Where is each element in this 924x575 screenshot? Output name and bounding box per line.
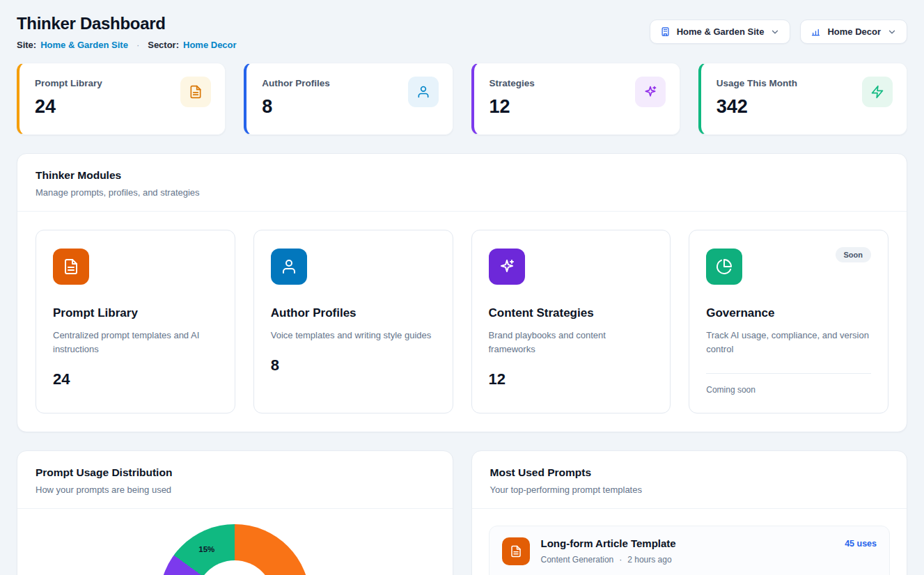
sector-link[interactable]: Home Decor (183, 40, 237, 50)
prompt-list: Long-form Article Template Content Gener… (472, 509, 907, 575)
bottom-row: Prompt Usage Distribution How your promp… (17, 450, 907, 575)
donut-chart: 15% (159, 524, 310, 575)
user-icon (408, 77, 439, 107)
module-title: Author Profiles (271, 306, 436, 320)
module-description: Track AI usage, compliance, and version … (706, 329, 871, 356)
module-title: Prompt Library (53, 306, 218, 320)
prompt-meta: Content Generation · 2 hours ago (541, 555, 676, 565)
user-icon (271, 249, 307, 285)
module-card-content-strategies[interactable]: Content Strategies Brand playbooks and c… (471, 230, 671, 413)
sector-selector-label: Home Decor (827, 26, 881, 37)
chevron-down-icon (770, 27, 780, 37)
modules-panel-subtitle: Manage prompts, profiles, and strategies (36, 187, 888, 198)
module-count: 24 (53, 370, 218, 388)
building-icon (660, 26, 671, 37)
stat-card-usage: Usage This Month 342 (698, 63, 907, 135)
usage-panel-title: Prompt Usage Distribution (36, 466, 434, 479)
site-link[interactable]: Home & Garden Site (40, 40, 128, 50)
prompt-uses-badge: 45 uses (845, 537, 877, 549)
module-description: Voice templates and writing style guides (271, 329, 436, 342)
dashboard-page: Thinker Dashboard Site: Home & Garden Si… (0, 0, 924, 575)
stats-row: Prompt Library 24 Author Profiles 8 Stra… (17, 63, 907, 135)
title-block: Thinker Dashboard Site: Home & Garden Si… (17, 14, 237, 50)
sparkle-icon (489, 249, 525, 285)
pie-chart-icon (706, 249, 742, 285)
module-title: Content Strategies (489, 306, 654, 320)
document-icon (180, 77, 211, 107)
module-card-prompt-library[interactable]: Prompt Library Centralized prompt templa… (36, 230, 235, 413)
selector-group: Home & Garden Site Home Decor (650, 19, 907, 44)
usage-panel-subtitle: How your prompts are being used (36, 485, 434, 495)
most-used-prompts-panel: Most Used Prompts Your top-performing pr… (471, 450, 908, 575)
donut-hole (196, 560, 274, 575)
header: Thinker Dashboard Site: Home & Garden Si… (17, 14, 907, 50)
bar-chart-icon (811, 26, 821, 37)
stat-card-author-profiles: Author Profiles 8 (244, 63, 453, 135)
prompts-panel-header: Most Used Prompts Your top-performing pr… (472, 451, 907, 509)
prompt-item-body: Long-form Article Template Content Gener… (541, 537, 676, 565)
sparkle-icon (635, 77, 666, 107)
donut-slice-label: 15% (198, 545, 214, 553)
sector-label: Sector: (148, 40, 179, 50)
modules-grid: Prompt Library Centralized prompt templa… (17, 212, 907, 432)
chevron-down-icon (887, 27, 897, 37)
document-icon (502, 537, 530, 565)
module-description: Centralized prompt templates and AI inst… (53, 329, 218, 356)
zap-icon (862, 77, 893, 107)
prompt-category: Content Generation (541, 555, 614, 565)
module-title: Governance (706, 306, 871, 320)
modules-panel-header: Thinker Modules Manage prompts, profiles… (17, 154, 907, 212)
module-count: 12 (489, 370, 654, 388)
modules-panel: Thinker Modules Manage prompts, profiles… (17, 153, 907, 432)
page-title: Thinker Dashboard (17, 14, 237, 33)
sector-selector[interactable]: Home Decor (800, 19, 907, 44)
breadcrumb: Site: Home & Garden Site · Sector: Home … (17, 40, 237, 50)
stat-card-prompt-library: Prompt Library 24 (17, 63, 226, 135)
prompt-list-item[interactable]: Long-form Article Template Content Gener… (489, 526, 891, 575)
separator-dot: · (136, 40, 139, 50)
prompts-panel-title: Most Used Prompts (490, 466, 889, 479)
prompts-panel-subtitle: Your top-performing prompt templates (490, 485, 889, 495)
stat-card-strategies: Strategies 12 (471, 63, 680, 135)
site-selector[interactable]: Home & Garden Site (650, 19, 791, 44)
document-icon (53, 249, 89, 285)
module-card-governance[interactable]: Soon Governance Track AI usage, complian… (689, 230, 888, 413)
module-description: Brand playbooks and content frameworks (489, 329, 654, 356)
site-selector-label: Home & Garden Site (677, 26, 765, 37)
chart-area: 15% (17, 509, 453, 575)
usage-distribution-panel: Prompt Usage Distribution How your promp… (17, 450, 453, 575)
prompt-time: 2 hours ago (627, 555, 671, 565)
site-label: Site: (17, 40, 36, 50)
soon-badge: Soon (836, 247, 872, 262)
usage-panel-header: Prompt Usage Distribution How your promp… (17, 451, 453, 509)
prompt-title: Long-form Article Template (541, 537, 676, 549)
module-card-author-profiles[interactable]: Author Profiles Voice templates and writ… (253, 230, 453, 413)
coming-soon-note: Coming soon (706, 373, 871, 395)
modules-panel-title: Thinker Modules (36, 169, 888, 182)
module-count: 8 (271, 356, 436, 375)
separator-dot: · (619, 555, 622, 565)
